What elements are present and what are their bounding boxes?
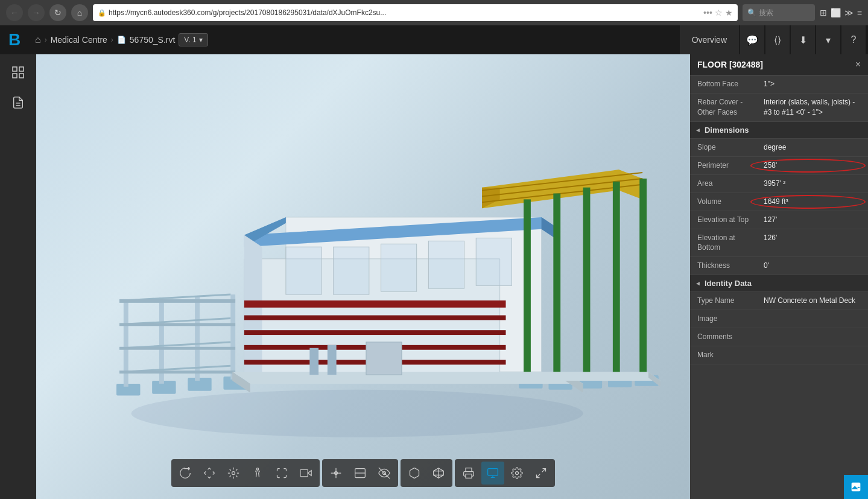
walk-button[interactable]	[246, 462, 269, 485]
refresh-button[interactable]: ↻	[49, 4, 66, 21]
bottom-face-label: Bottom Face	[697, 79, 764, 89]
area-value: 3957' ²	[764, 179, 861, 189]
svg-rect-34	[244, 300, 506, 308]
svg-rect-74	[488, 469, 498, 476]
thickness-value: 0'	[764, 261, 861, 271]
svg-rect-19	[119, 299, 235, 303]
tab-view-icon[interactable]: ⬜	[831, 8, 841, 17]
medical-centre-link[interactable]: Medical Centre	[51, 35, 107, 45]
viewport[interactable]	[36, 54, 690, 499]
document-icon[interactable]	[6, 91, 30, 115]
mark-label: Mark	[697, 350, 764, 360]
bottom-face-value: 1">	[764, 79, 861, 89]
dimensions-section-title: Dimensions	[705, 126, 749, 135]
pan-button[interactable]	[198, 462, 221, 485]
browser-right-icons: ⊞ ⬜ ≫ ≡	[820, 8, 862, 17]
model-toolbar-group	[401, 459, 452, 487]
model-browser-toolbar-btn[interactable]	[403, 462, 426, 485]
comments-label: Comments	[697, 332, 764, 342]
model-browser-icon[interactable]	[6, 60, 30, 84]
hide-button[interactable]	[373, 462, 396, 485]
orbit-button[interactable]	[174, 462, 197, 485]
elevation-top-label: Elevation at Top	[697, 215, 764, 225]
print-button[interactable]	[457, 462, 480, 485]
svg-rect-20	[119, 323, 235, 326]
download-button[interactable]: ⬇	[791, 25, 815, 54]
svg-rect-30	[334, 247, 369, 294]
perimeter-value: 258'	[764, 161, 861, 171]
home-button[interactable]: ⌂	[71, 4, 88, 21]
header-right: Overview 💬 ⟨⟩ ⬇ ▾ ?	[680, 25, 868, 54]
rebar-cover-row: Rebar Cover - Other Faces Interior (slab…	[690, 94, 868, 122]
identity-data-section-header[interactable]: ◄ Identity Data	[690, 275, 868, 292]
section-button[interactable]	[349, 462, 372, 485]
type-name-label: Type Name	[697, 296, 764, 306]
breadcrumb-sep-1: ›	[45, 36, 47, 44]
forward-button[interactable]: →	[28, 4, 45, 21]
elevation-bottom-label: Elevation at Bottom	[697, 233, 764, 253]
elevation-bottom-value: 126'	[764, 233, 861, 243]
svg-rect-11	[124, 300, 128, 387]
svg-rect-60	[328, 345, 337, 375]
measure-button[interactable]	[325, 462, 347, 485]
dimensions-section-header[interactable]: ◄ Dimensions	[690, 122, 868, 139]
star-icon[interactable]: ★	[725, 8, 733, 17]
panel-title: FLOOR [302488]	[697, 60, 763, 69]
fit-button[interactable]	[270, 462, 293, 485]
browser-chrome: ← → ↻ ⌂ 🔒 https://mycn6.autodesk360.com/…	[0, 0, 868, 25]
panel-content[interactable]: Bottom Face 1"> Rebar Cover - Other Face…	[690, 75, 868, 499]
freeorbit-button[interactable]	[222, 462, 245, 485]
search-input[interactable]	[759, 8, 807, 17]
more-button[interactable]: ▾	[816, 25, 840, 54]
back-button[interactable]: ←	[6, 4, 23, 21]
volume-value: 1649 ft³	[764, 197, 861, 207]
type-name-row: Type Name NW Concrete on Metal Deck	[690, 292, 868, 310]
share-button[interactable]: ⟨⟩	[765, 25, 790, 54]
help-button[interactable]: ?	[841, 25, 866, 54]
svg-rect-3	[19, 74, 24, 78]
fullscreen-button[interactable]	[530, 462, 553, 485]
settings-button[interactable]	[505, 462, 528, 485]
app-logo: B	[0, 25, 29, 54]
extensions-icon[interactable]: ≫	[844, 8, 854, 17]
slope-label: Slope	[697, 142, 764, 153]
explode-button[interactable]	[427, 462, 450, 485]
volume-row: Volume 1649 ft³	[690, 193, 868, 211]
search-bar[interactable]: 🔍	[743, 4, 815, 21]
search-icon: 🔍	[747, 8, 756, 17]
active-view-button[interactable]	[481, 462, 504, 485]
svg-rect-33	[476, 238, 512, 285]
elevation-bottom-row: Elevation at Bottom 126'	[690, 229, 868, 258]
right-panel: FLOOR [302488] × Bottom Face 1"> Rebar C…	[690, 54, 868, 499]
svg-rect-22	[119, 370, 235, 373]
thickness-label: Thickness	[697, 261, 764, 271]
building-3d-scene	[36, 54, 690, 499]
camera-button[interactable]	[294, 462, 317, 485]
mark-row: Mark	[690, 346, 868, 364]
menu-icon[interactable]: ≡	[857, 8, 862, 17]
bim360-corner-button[interactable]	[844, 475, 868, 499]
svg-point-62	[232, 472, 235, 475]
chat-button[interactable]: 💬	[740, 25, 764, 54]
breadcrumb-sep-2: ›	[111, 36, 113, 44]
url-text: https://mycn6.autodesk360.com/g/projects…	[109, 8, 701, 17]
address-bar[interactable]: 🔒 https://mycn6.autodesk360.com/g/projec…	[93, 4, 738, 21]
comments-row: Comments	[690, 328, 868, 346]
svg-rect-0	[13, 67, 17, 71]
volume-label: Volume	[697, 197, 764, 207]
area-label: Area	[697, 179, 764, 189]
bookmark-icon[interactable]: ☆	[715, 8, 723, 17]
home-icon[interactable]: ⌂	[35, 34, 41, 45]
lock-icon: 🔒	[98, 9, 106, 17]
version-button[interactable]: V. 1 ▾	[179, 33, 207, 46]
overview-button[interactable]: Overview	[680, 25, 739, 54]
image-row: Image	[690, 310, 868, 328]
navigation-toolbar-group	[171, 459, 320, 487]
dimensions-collapse-icon: ◄	[695, 127, 701, 133]
panel-close-button[interactable]: ×	[855, 59, 861, 70]
svg-rect-35	[244, 316, 506, 320]
sidebar-toggle-icon[interactable]: ⊞	[820, 8, 827, 17]
render-toolbar-group	[455, 459, 555, 487]
bottom-toolbar	[171, 459, 555, 487]
svg-rect-61	[366, 342, 402, 375]
